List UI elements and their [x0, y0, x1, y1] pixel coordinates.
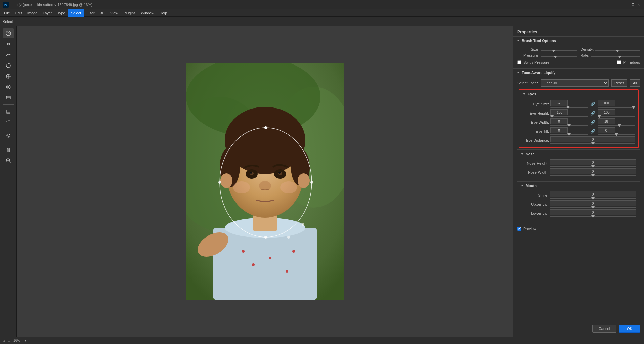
svg-point-14	[7, 135, 8, 136]
pin-edges-checkbox[interactable]	[617, 60, 621, 64]
smile-input[interactable]	[550, 191, 636, 197]
tool-divider-2	[3, 129, 14, 129]
ok-button[interactable]: OK	[619, 325, 640, 333]
tool-thaw-mask[interactable]	[3, 117, 14, 127]
rate-label: Rate:	[581, 53, 589, 57]
tool-pucker[interactable]	[3, 71, 14, 81]
svg-point-45	[269, 257, 271, 259]
eye-width-right-slider[interactable]	[598, 125, 636, 126]
menu-edit[interactable]: Edit	[13, 9, 25, 17]
lower-lip-slider[interactable]	[550, 216, 636, 217]
eye-distance-input[interactable]	[550, 136, 635, 142]
eye-height-link-icon[interactable]: 🔗	[590, 111, 596, 116]
eye-width-left-slider[interactable]	[550, 125, 588, 126]
menu-help[interactable]: Help	[157, 9, 170, 17]
tool-twirl-cw[interactable]	[3, 60, 14, 71]
density-slider[interactable]	[595, 50, 640, 51]
minimize-button[interactable]: —	[625, 2, 629, 7]
window-title: Liquify (pexels-ilkin-safterov-1697849.j…	[11, 3, 92, 7]
eye-tilt-left-slider[interactable]	[550, 134, 588, 135]
upper-lip-slider[interactable]	[550, 207, 636, 208]
menu-file[interactable]: File	[1, 9, 13, 17]
eye-width-right-input[interactable]	[598, 118, 615, 124]
tool-bloat[interactable]	[3, 82, 14, 92]
tool-zoom[interactable]	[3, 156, 14, 166]
maximize-button[interactable]: ❐	[631, 2, 635, 7]
mouth-header[interactable]: ▼ Mouth	[517, 182, 640, 190]
stylus-pressure-checkbox[interactable]	[517, 60, 521, 64]
tool-warp[interactable]	[3, 28, 14, 38]
preview-row: Preview	[513, 224, 644, 232]
smile-slider[interactable]	[550, 198, 636, 199]
nose-header[interactable]: ▼ Nose	[517, 150, 640, 158]
tool-hand[interactable]	[3, 145, 14, 155]
nose-width-wrap	[550, 168, 636, 176]
brush-tool-options-label: Brush Tool Options	[522, 39, 556, 43]
mouth-label: Mouth	[526, 184, 537, 188]
canvas-area[interactable]	[17, 26, 513, 337]
all-button[interactable]: All	[630, 79, 640, 87]
eye-distance-slider[interactable]	[550, 143, 635, 144]
nose-height-input[interactable]	[550, 159, 636, 165]
cancel-button[interactable]: Cancel	[592, 325, 616, 333]
rate-slider[interactable]	[591, 56, 640, 57]
brush-tool-options-header[interactable]: ▼ Brush Tool Options	[513, 37, 644, 45]
tool-reconstruct[interactable]	[3, 39, 14, 49]
menu-layer[interactable]: Layer	[40, 9, 55, 17]
tool-smooth[interactable]	[3, 50, 14, 60]
stylus-pressure-row: Stylus Pressure	[517, 59, 549, 66]
menu-image[interactable]: Image	[25, 9, 40, 17]
brush-options-content: Size: Density: Pressure	[513, 45, 644, 68]
eye-height-row: Eye Height: 🔗	[522, 109, 635, 117]
eye-height-right-input[interactable]	[598, 109, 615, 115]
eye-size-left-input[interactable]	[550, 100, 568, 106]
reset-button[interactable]: Reset	[611, 79, 627, 87]
eye-size-link-icon[interactable]: 🔗	[590, 102, 596, 106]
lower-lip-input[interactable]	[550, 209, 636, 215]
nose-content: Nose Height: Nose Width:	[517, 158, 640, 180]
eye-height-right-slider[interactable]	[598, 116, 636, 117]
eye-tilt-right-input[interactable]	[598, 127, 615, 133]
tool-divider-1	[3, 104, 14, 105]
svg-point-47	[292, 250, 295, 253]
pressure-slider[interactable]	[541, 56, 577, 57]
tool-freeze-mask[interactable]	[3, 106, 14, 117]
menu-view[interactable]: View	[108, 9, 121, 17]
eyes-header[interactable]: ▼ Eyes	[519, 90, 638, 98]
nose-width-input[interactable]	[550, 168, 636, 174]
menu-3d[interactable]: 3D	[97, 9, 108, 17]
menu-select[interactable]: Select	[68, 9, 84, 17]
upper-lip-input[interactable]	[550, 200, 636, 206]
eye-width-link-icon[interactable]: 🔗	[590, 120, 596, 125]
zoom-dropdown-arrow[interactable]: ▼	[24, 339, 27, 342]
eye-tilt-right-slider[interactable]	[598, 134, 636, 135]
face-select-dropdown[interactable]: Face #1	[541, 79, 609, 87]
preview-checkbox[interactable]	[517, 227, 521, 231]
tool-face[interactable]	[3, 131, 14, 141]
menu-plugins[interactable]: Plugins	[121, 9, 138, 17]
title-bar-controls[interactable]: — ❐ ✕	[625, 2, 641, 7]
svg-point-52	[310, 181, 313, 184]
eye-tilt-left-input[interactable]	[550, 127, 568, 133]
eye-width-left-input[interactable]	[550, 118, 568, 124]
nose-width-slider[interactable]	[550, 175, 636, 176]
svg-point-46	[286, 270, 288, 273]
density-label: Density:	[581, 47, 594, 51]
close-button[interactable]: ✕	[637, 2, 641, 7]
menu-filter[interactable]: Filter	[84, 9, 97, 17]
eye-distance-row: Eye Distance:	[522, 136, 635, 144]
eye-tilt-link-icon[interactable]: 🔗	[590, 129, 596, 134]
nose-height-slider[interactable]	[550, 166, 636, 167]
eye-width-left-wrap	[550, 118, 588, 126]
eye-size-right-slider[interactable]	[598, 107, 636, 108]
menu-window[interactable]: Window	[138, 9, 157, 17]
eye-size-left-slider[interactable]	[550, 107, 588, 108]
face-aware-liquify-header[interactable]: ▼ Face-Aware Liquify	[513, 69, 644, 77]
menu-type[interactable]: Type	[55, 9, 68, 17]
tool-push-left[interactable]	[3, 93, 14, 103]
size-slider[interactable]	[541, 50, 577, 51]
eye-size-right-input[interactable]	[598, 100, 615, 106]
face-aware-liquify-label: Face-Aware Liquify	[522, 71, 556, 75]
eye-height-left-input[interactable]	[550, 109, 568, 115]
eye-height-left-slider[interactable]	[550, 116, 588, 117]
